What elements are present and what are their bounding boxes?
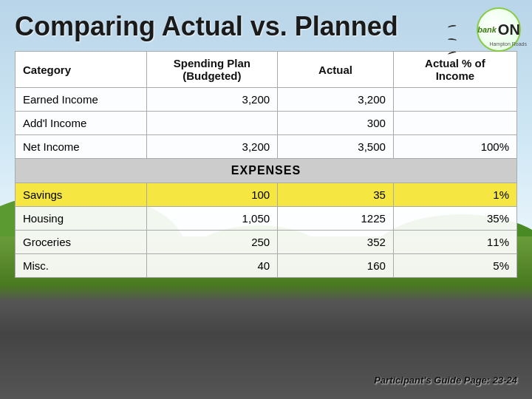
cell-category: Earned Income <box>16 88 147 112</box>
cell-pct <box>393 88 516 112</box>
cell-spending <box>146 112 278 135</box>
cell-spending: 3,200 <box>146 88 278 112</box>
cell-actual: 3,500 <box>278 135 394 159</box>
cell-pct: 5% <box>393 254 516 278</box>
cell-spending: 1,050 <box>146 207 278 231</box>
main-content: Comparing Actual vs. Planned Category Sp… <box>0 0 532 399</box>
cell-spending: 3,200 <box>146 135 278 159</box>
cell-actual: 352 <box>278 231 394 254</box>
bird-1 <box>448 24 457 30</box>
table-row: Net Income3,2003,500100% <box>16 135 517 159</box>
expenses-header-cell: EXPENSES <box>16 159 517 183</box>
footer-note: Participant's Guide Page: 23-24 <box>374 375 517 386</box>
logo-circle: bank ON Hampton Roads <box>477 7 521 52</box>
bird-2 <box>448 38 457 42</box>
table-row: Savings100351% <box>16 183 517 207</box>
cell-actual: 300 <box>278 112 394 135</box>
header-category: Category <box>16 52 147 88</box>
cell-actual: 3,200 <box>278 88 394 112</box>
bird-3 <box>448 51 457 57</box>
cell-actual: 160 <box>278 254 394 278</box>
cell-category: Net Income <box>16 135 147 159</box>
logo-area: bank ON Hampton Roads <box>477 7 521 52</box>
cell-spending: 40 <box>146 254 278 278</box>
cell-category: Misc. <box>16 254 147 278</box>
header-spending: Spending Plan(Budgeted) <box>146 52 278 88</box>
cell-category: Groceries <box>16 231 147 254</box>
cell-pct: 100% <box>393 135 516 159</box>
cell-actual: 35 <box>278 183 394 207</box>
cell-category: Add'l Income <box>16 112 147 135</box>
table-row: Earned Income3,2003,200 <box>16 88 517 112</box>
cell-category: Savings <box>16 183 147 207</box>
cell-pct: 35% <box>393 207 516 231</box>
table-row: Groceries25035211% <box>16 231 517 254</box>
cell-actual: 1225 <box>278 207 394 231</box>
cell-spending: 100 <box>146 183 278 207</box>
birds-decoration <box>446 18 458 58</box>
table-row: Add'l Income300 <box>16 112 517 135</box>
cell-pct: 1% <box>393 183 516 207</box>
table-row: Housing1,050122535% <box>16 207 517 231</box>
table-header-row: Category Spending Plan(Budgeted) Actual … <box>16 52 517 88</box>
logo-subtitle: Hampton Roads <box>489 41 527 47</box>
table-row: EXPENSES <box>16 159 517 183</box>
comparison-table: Category Spending Plan(Budgeted) Actual … <box>15 51 517 278</box>
logo-bank-text: bank <box>477 25 497 34</box>
logo-on-text: ON <box>498 21 520 38</box>
page-title: Comparing Actual vs. Planned <box>15 11 517 42</box>
header-actual: Actual <box>278 52 394 88</box>
table-row: Misc.401605% <box>16 254 517 278</box>
cell-category: Housing <box>16 207 147 231</box>
footer-text: Participant's Guide Page: 23-24 <box>374 375 517 386</box>
cell-spending: 250 <box>146 231 278 254</box>
cell-pct: 11% <box>393 231 516 254</box>
cell-pct <box>393 112 516 135</box>
